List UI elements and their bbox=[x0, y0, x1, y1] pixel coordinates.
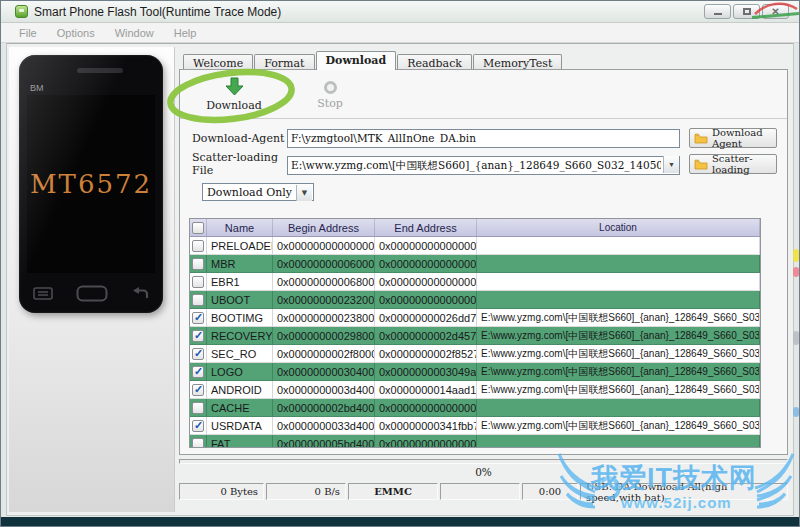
download-button[interactable]: Download bbox=[202, 77, 266, 112]
cell-location: E:\www.yzmg.com\[中国联想S660]_{anan}_128649… bbox=[477, 417, 760, 434]
menu-help[interactable]: Help bbox=[164, 25, 207, 41]
cell-name: CACHE bbox=[207, 399, 273, 416]
header-location: Location bbox=[477, 219, 760, 236]
table-header-row: Name Begin Address End Address Location bbox=[190, 219, 760, 237]
download-agent-browse-label: Download Agent bbox=[712, 127, 772, 149]
tab-download[interactable]: Download bbox=[316, 51, 397, 70]
cell-begin-address: 0x0000000003d40000 bbox=[273, 381, 375, 398]
toolbar: Download Stop bbox=[180, 70, 787, 119]
scatter-file-input[interactable] bbox=[287, 156, 680, 175]
download-agent-input[interactable] bbox=[287, 129, 680, 148]
cell-name: USRDATA bbox=[207, 417, 273, 434]
mode-row: Download Only ▼ bbox=[192, 180, 781, 201]
cell-location bbox=[477, 435, 760, 448]
cell-end-address: 0x0000000000000000 bbox=[375, 399, 477, 416]
cell-begin-address: 0x000000002bd40000 bbox=[273, 399, 375, 416]
table-row[interactable]: BOOTIMG 0x0000000002380000 0x00000000026… bbox=[190, 309, 760, 327]
cell-begin-address: 0x0000000003040000 bbox=[273, 363, 375, 380]
progress-bar bbox=[179, 459, 788, 464]
tab-readback[interactable]: Readback bbox=[397, 54, 472, 70]
table-row[interactable]: RECOVERY 0x0000000002980000 0x0000000002… bbox=[190, 327, 760, 345]
table-row[interactable]: FAT 0x000000005bd40000 0x000000000000000… bbox=[190, 435, 760, 448]
cell-location bbox=[477, 255, 760, 272]
tab-memorytest[interactable]: MemoryTest bbox=[473, 54, 562, 70]
cell-name: UBOOT bbox=[207, 291, 273, 308]
cell-end-address: 0x00000000026dd7ff bbox=[375, 309, 477, 326]
back-key-icon bbox=[131, 287, 149, 300]
cell-end-address: 0x0000000000000000 bbox=[375, 291, 477, 308]
row-checkbox[interactable] bbox=[192, 366, 204, 378]
status-bar: 0 Bytes 0 B/s EMMC 0:00 USB: DA Download… bbox=[179, 483, 788, 500]
scatter-browse-button[interactable]: Scatter-loading bbox=[689, 154, 777, 174]
menu-options[interactable]: Options bbox=[47, 25, 105, 41]
phone-screen: MT6572 bbox=[27, 95, 155, 273]
status-bytes: 0 Bytes bbox=[179, 483, 264, 500]
row-checkbox[interactable] bbox=[192, 384, 204, 396]
table-row[interactable]: CACHE 0x000000002bd40000 0x0000000000000… bbox=[190, 399, 760, 417]
phone-image: BM MT6572 bbox=[19, 55, 163, 313]
cell-end-address: 0x0000000002d457ff bbox=[375, 327, 477, 344]
cell-location bbox=[477, 291, 760, 308]
download-mode-select[interactable]: Download Only ▼ bbox=[202, 183, 314, 201]
cell-begin-address: 0x0000000002380000 bbox=[273, 309, 375, 326]
row-checkbox[interactable] bbox=[192, 240, 204, 252]
download-agent-label: Download-Agent bbox=[192, 132, 287, 145]
scatter-dropdown-button[interactable]: ▼ bbox=[663, 156, 679, 173]
cell-name: EBR1 bbox=[207, 273, 273, 290]
header-begin-address: Begin Address bbox=[273, 219, 375, 236]
cell-location: E:\www.yzmg.com\[中国联想S660]_{anan}_128649… bbox=[477, 327, 760, 344]
cell-begin-address: 0x0000000002f80000 bbox=[273, 345, 375, 362]
download-agent-browse-button[interactable]: Download Agent bbox=[689, 128, 777, 148]
table-row[interactable]: LOGO 0x0000000003040000 0x0000000003049a… bbox=[190, 363, 760, 381]
edge-mark-blue bbox=[793, 407, 799, 417]
header-name: Name bbox=[207, 219, 273, 236]
row-checkbox[interactable] bbox=[192, 402, 204, 414]
table-row[interactable]: SEC_RO 0x0000000002f80000 0x0000000002f8… bbox=[190, 345, 760, 363]
maximize-button[interactable] bbox=[733, 4, 760, 19]
table-row[interactable]: PRELOADER 0x0000000000000000 0x000000000… bbox=[190, 237, 760, 255]
row-checkbox[interactable] bbox=[192, 438, 204, 449]
table-body: PRELOADER 0x0000000000000000 0x000000000… bbox=[190, 237, 760, 448]
row-checkbox[interactable] bbox=[192, 258, 204, 270]
tab-format[interactable]: Format bbox=[254, 54, 314, 70]
cell-end-address: 0x0000000002f8527f bbox=[375, 345, 477, 362]
status-speed: 0 B/s bbox=[266, 483, 346, 500]
scatter-file-combo: ▼ bbox=[287, 155, 680, 174]
table-row[interactable]: EBR1 0x0000000000680000 0x00000000000000… bbox=[190, 273, 760, 291]
table-row[interactable]: UBOOT 0x0000000002320000 0x0000000000000… bbox=[190, 291, 760, 309]
table-row[interactable]: ANDROID 0x0000000003d40000 0x0000000014a… bbox=[190, 381, 760, 399]
row-checkbox[interactable] bbox=[192, 348, 204, 360]
row-checkbox-cell bbox=[190, 417, 207, 434]
row-checkbox[interactable] bbox=[192, 420, 204, 432]
row-checkbox[interactable] bbox=[192, 312, 204, 324]
cell-end-address: 0x0000000000000000 bbox=[375, 237, 477, 254]
row-checkbox[interactable] bbox=[192, 276, 204, 288]
row-checkbox[interactable] bbox=[192, 330, 204, 342]
scatter-file-row: Scatter-loading File ▼ bbox=[192, 154, 781, 174]
progress-percent: 0% bbox=[179, 466, 788, 479]
cell-location bbox=[477, 273, 760, 290]
download-agent-row: Download-Agent Download Agent bbox=[192, 128, 781, 148]
select-all-checkbox[interactable] bbox=[192, 222, 204, 234]
header-end-address: End Address bbox=[375, 219, 477, 236]
phone-nav-buttons bbox=[33, 283, 149, 303]
edge-mark-pink bbox=[793, 267, 799, 277]
phone-badge: BM bbox=[30, 83, 44, 93]
row-checkbox-cell bbox=[190, 381, 207, 398]
row-checkbox-cell bbox=[190, 255, 207, 272]
menu-file[interactable]: File bbox=[9, 25, 47, 41]
cell-end-address: 0x0000000000000000 bbox=[375, 273, 477, 290]
minimize-button[interactable] bbox=[704, 4, 731, 19]
tab-welcome[interactable]: Welcome bbox=[183, 54, 253, 70]
stop-button[interactable]: Stop bbox=[298, 79, 362, 110]
close-button[interactable]: ✕ bbox=[762, 4, 789, 19]
file-fields: Download-Agent Download Agent Scatter-lo… bbox=[180, 119, 787, 201]
table-row[interactable]: MBR 0x0000000000600000 0x000000000000000… bbox=[190, 255, 760, 273]
row-checkbox-cell bbox=[190, 399, 207, 416]
menu-window[interactable]: Window bbox=[105, 25, 164, 41]
app-window: Smart Phone Flash Tool(Runtime Trace Mod… bbox=[0, 0, 800, 527]
cell-begin-address: 0x000000005bd40000 bbox=[273, 435, 375, 448]
app-icon bbox=[15, 5, 28, 18]
table-row[interactable]: USRDATA 0x0000000033d40000 0x00000000341… bbox=[190, 417, 760, 435]
row-checkbox[interactable] bbox=[192, 294, 204, 306]
